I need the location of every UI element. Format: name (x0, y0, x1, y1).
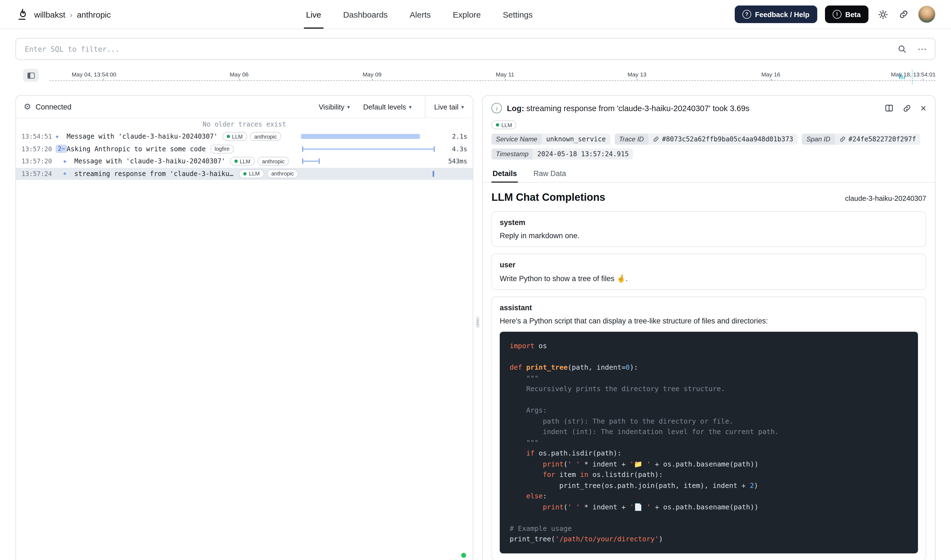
attribute-row: Service Nameunknown_serviceTrace ID#8073… (492, 134, 926, 145)
app: willbakst › anthropic LiveDashboardsAler… (0, 0, 951, 560)
span-name: Message with 'claude-3-haiku-20240307' (74, 158, 225, 165)
attribute-value: #8073c52a62ffb9ba05c4aa948d01b373 (648, 134, 798, 145)
duration-bar (301, 133, 436, 140)
tag-badge: anthropic (267, 169, 298, 178)
timeline-date-label: May 09 (363, 71, 382, 78)
green-dot-icon (244, 172, 247, 175)
timeline-tick (637, 78, 638, 81)
duration-bar-fill (301, 134, 420, 139)
span-start-time: 13:57:24 (22, 170, 55, 178)
detail-tab-raw-data[interactable]: Raw Data (532, 165, 567, 182)
green-dot-icon (496, 123, 499, 126)
detail-tabs: DetailsRaw Data (482, 165, 935, 183)
span-detail-panel: i Log: streaming response from 'claude-3… (482, 95, 936, 560)
chevron-down-icon: ▾ (461, 104, 464, 110)
chevron-down-icon: ▾ (347, 104, 350, 110)
tab-explore[interactable]: Explore (453, 0, 481, 29)
breadcrumb-separator: › (69, 10, 72, 19)
timeline: May 04, 13:54:00May 06May 09May 11May 13… (15, 66, 936, 89)
more-options-icon[interactable]: ⋯ (917, 43, 927, 55)
duration-bar (301, 158, 436, 165)
main-nav-tabs: LiveDashboardsAlertsExploreSettings (306, 0, 533, 29)
chevron-down-icon: ▾ (409, 104, 412, 110)
green-dot-icon (234, 160, 237, 163)
tag-badge: anthropic (257, 157, 289, 166)
span-icon-cell: ◆ (63, 159, 73, 164)
tag-badge: anthropic (250, 132, 281, 141)
tag-badge: LLM (239, 169, 264, 178)
attribute-label: Trace ID (615, 134, 648, 145)
attribute-label: Timestamp (492, 149, 533, 160)
user-avatar[interactable] (918, 6, 936, 23)
attribute-label: Service Name (492, 134, 542, 145)
trace-row[interactable]: 13:54:51◆Message with 'claude-3-haiku-20… (16, 130, 473, 143)
share-link-icon[interactable] (897, 8, 910, 21)
tab-alerts[interactable]: Alerts (410, 0, 431, 29)
breadcrumb-project[interactable]: anthropic (77, 10, 111, 19)
timeline-tick (239, 78, 240, 81)
span-start-time: 13:57:20 (22, 158, 55, 165)
search-icon[interactable] (896, 42, 909, 55)
timeline-date-label: May 13 (627, 71, 646, 78)
breadcrumb-org[interactable]: willbakst (34, 10, 65, 19)
close-icon[interactable]: × (920, 103, 926, 113)
timeline-date-label: May 11 (496, 71, 514, 78)
sidebar-toggle-icon[interactable] (23, 69, 39, 82)
tab-dashboards[interactable]: Dashboards (343, 0, 388, 29)
default-levels-dropdown[interactable]: Default levels ▾ (363, 103, 412, 111)
tab-settings[interactable]: Settings (503, 0, 532, 29)
message-text: Reply in markdown one. (500, 232, 918, 240)
panel-resize-handle[interactable] (476, 316, 479, 328)
traces-panel-header: ⚙ Connected Visibility ▾ Default levels … (16, 96, 473, 118)
question-icon: ? (743, 10, 751, 19)
span-start-time: 13:54:51 (22, 133, 55, 140)
no-older-traces-message: No older traces exist (16, 118, 473, 130)
attribute-value: #24fe5822720f297f (835, 134, 920, 145)
beta-button[interactable]: ! Beta (825, 6, 868, 23)
timeline-tick (372, 78, 373, 81)
traces-controls: Visibility ▾ Default levels ▾ Live tail … (319, 96, 473, 118)
span-name: streaming response from 'claude-3-haiku-… (74, 170, 235, 178)
tab-live[interactable]: Live (306, 0, 321, 29)
settings-gear-icon[interactable]: ⚙ (24, 102, 31, 112)
live-tail-dropdown[interactable]: Live tail ▾ (425, 96, 473, 118)
navbar: willbakst › anthropic LiveDashboardsAler… (0, 0, 951, 29)
logfire-logo-icon[interactable] (15, 8, 29, 21)
navbar-actions: ? Feedback / Help ! Beta (735, 6, 936, 23)
detail-tab-details[interactable]: Details (492, 165, 518, 182)
sql-filter-input[interactable] (24, 44, 886, 54)
attribute-row: Timestamp2024-05-18 13:57:24.915 (492, 149, 926, 160)
link-icon (839, 136, 846, 143)
detail-tags: LLM (482, 118, 935, 134)
llm-tag-badge: LLM (492, 120, 516, 129)
timeline-labels: May 04, 13:54:00May 06May 09May 11May 13… (49, 66, 936, 89)
copy-link-icon[interactable] (902, 103, 912, 113)
attributes: Service Nameunknown_serviceTrace ID#8073… (482, 134, 935, 160)
open-in-panel-icon[interactable] (884, 103, 894, 113)
timeline-date-label: May 04, 13:54:00 (72, 71, 116, 78)
visibility-label: Visibility (319, 103, 344, 111)
theme-toggle-sun-icon[interactable] (876, 8, 889, 21)
span-icon-cell: ◆ (55, 134, 65, 139)
tag-badge: LLM (222, 132, 247, 141)
trace-row[interactable]: 13:57:202−Asking Anthropic to write some… (16, 143, 473, 155)
section-title: LLM Chat Completions (492, 191, 606, 203)
trace-row[interactable]: 13:57:20◆Message with 'claude-3-haiku-20… (16, 155, 473, 168)
default-levels-label: Default levels (363, 103, 406, 111)
main-content: ⚙ Connected Visibility ▾ Default levels … (15, 95, 936, 560)
visibility-dropdown[interactable]: Visibility ▾ (319, 103, 350, 111)
attribute: Service Nameunknown_service (492, 134, 610, 145)
feedback-help-button[interactable]: ? Feedback / Help (735, 6, 817, 23)
collapse-toggle[interactable]: 2− (55, 145, 68, 153)
duration-bar-fill (302, 146, 435, 152)
message-role: assistant (500, 304, 918, 312)
model-name: claude-3-haiku-20240307 (845, 194, 926, 202)
message-card-system: system Reply in markdown one. (492, 211, 926, 247)
attribute: Trace ID#8073c52a62ffb9ba05c4aa948d01b37… (615, 134, 797, 145)
attribute-label: Span ID (802, 134, 835, 145)
trace-row[interactable]: 13:57:24◆streaming response from 'claude… (16, 168, 473, 180)
timeline-tick (103, 78, 103, 81)
code-block: import os def print_tree(path, indent=0)… (500, 332, 918, 553)
detail-title: Log: streaming response from 'claude-3-h… (507, 104, 749, 112)
span-kind-icon: ◆ (63, 171, 66, 176)
